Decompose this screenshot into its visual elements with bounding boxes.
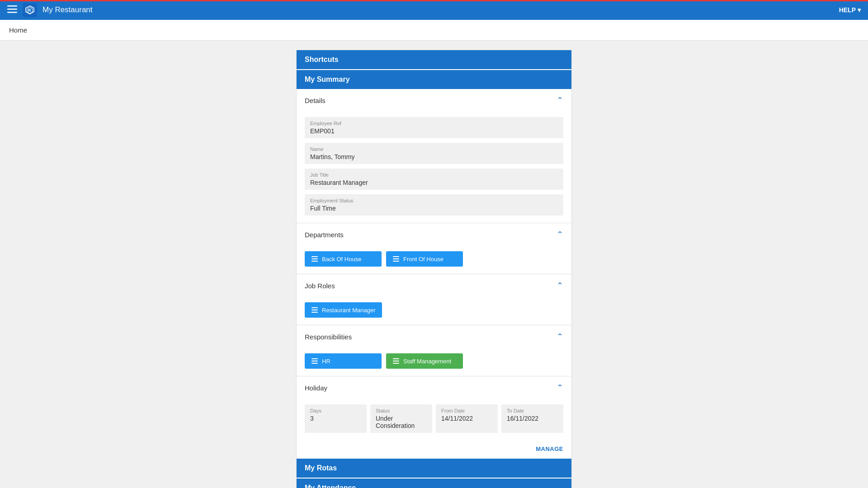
details-body: Employee Ref EMP001 Name Martins, Tommy … xyxy=(297,112,571,223)
job-roles-body: Restaurant Manager xyxy=(297,297,571,325)
job-roles-chevron-icon: ⌃ xyxy=(557,281,563,291)
job-title-field: Job Title Restaurant Manager xyxy=(305,169,563,190)
top-navigation: R My Restaurant HELP ▾ xyxy=(0,0,868,20)
summary-card: Shortcuts My Summary Details ⌃ Employee … xyxy=(296,50,572,488)
svg-rect-17 xyxy=(311,363,318,364)
svg-rect-16 xyxy=(311,361,318,361)
holiday-days-cell: Days 3 xyxy=(305,404,367,433)
front-of-house-button[interactable]: Front Of House xyxy=(386,251,463,267)
job-roles-toggle[interactable]: Job Roles ⌃ xyxy=(297,274,571,297)
holiday-chevron-icon: ⌃ xyxy=(557,383,563,393)
shortcuts-header: Shortcuts xyxy=(297,50,571,69)
my-summary-header: My Summary xyxy=(297,70,571,89)
svg-rect-7 xyxy=(311,258,318,259)
svg-rect-1 xyxy=(7,9,17,10)
list-icon xyxy=(311,255,318,263)
restaurant-manager-role-button[interactable]: Restaurant Manager xyxy=(305,302,382,318)
chevron-down-icon: ▾ xyxy=(858,6,861,14)
list-icon-4 xyxy=(311,357,318,365)
responsibilities-chevron-icon: ⌃ xyxy=(557,332,563,342)
svg-rect-2 xyxy=(7,12,17,13)
holiday-label: Holiday xyxy=(305,384,327,392)
svg-rect-18 xyxy=(393,358,399,359)
hr-responsibility-button[interactable]: HR xyxy=(305,353,382,369)
employee-ref-field: Employee Ref EMP001 xyxy=(305,117,563,138)
holiday-row: Days 3 Status Under Consideration From D… xyxy=(305,404,563,433)
svg-rect-12 xyxy=(311,307,318,308)
job-roles-section: Job Roles ⌃ Restaurant Manager xyxy=(297,274,571,325)
my-rotas-header: My Rotas xyxy=(297,459,571,478)
holiday-toggle[interactable]: Holiday ⌃ xyxy=(297,376,571,399)
departments-body: Back Of House Front Of House xyxy=(297,246,571,274)
details-toggle[interactable]: Details ⌃ xyxy=(297,89,571,112)
responsibilities-section: Responsibilities ⌃ HR Staff Ma xyxy=(297,325,571,376)
details-section: Details ⌃ Employee Ref EMP001 Name Marti… xyxy=(297,89,571,223)
svg-rect-13 xyxy=(311,310,318,310)
svg-text:R: R xyxy=(28,8,31,13)
details-chevron-icon: ⌃ xyxy=(557,95,563,105)
main-content: Shortcuts My Summary Details ⌃ Employee … xyxy=(0,41,868,488)
manage-link[interactable]: MANAGE xyxy=(536,446,563,452)
svg-rect-6 xyxy=(311,256,318,257)
list-icon-3 xyxy=(311,306,318,314)
hamburger-icon[interactable] xyxy=(7,4,17,16)
holiday-from-date-cell: From Date 14/11/2022 xyxy=(436,404,498,433)
svg-rect-0 xyxy=(7,5,17,7)
svg-rect-10 xyxy=(393,258,399,259)
holiday-body: Days 3 Status Under Consideration From D… xyxy=(297,399,571,440)
departments-toggle[interactable]: Departments ⌃ xyxy=(297,223,571,246)
departments-tag-row: Back Of House Front Of House xyxy=(305,251,563,267)
back-of-house-button[interactable]: Back Of House xyxy=(305,251,382,267)
holiday-status-cell: Status Under Consideration xyxy=(370,404,432,433)
job-roles-label: Job Roles xyxy=(305,282,335,290)
name-field: Name Martins, Tommy xyxy=(305,143,563,164)
svg-rect-15 xyxy=(311,358,318,359)
app-title: My Restaurant xyxy=(42,5,93,14)
responsibilities-body: HR Staff Management xyxy=(297,348,571,376)
holiday-section: Holiday ⌃ Days 3 Status Under Considerat… xyxy=(297,376,571,458)
job-roles-tag-row: Restaurant Manager xyxy=(305,302,563,318)
departments-chevron-icon: ⌃ xyxy=(557,230,563,239)
svg-rect-11 xyxy=(393,261,399,262)
responsibilities-tag-row: HR Staff Management xyxy=(305,353,563,369)
svg-rect-14 xyxy=(311,312,318,313)
svg-rect-19 xyxy=(393,361,399,361)
nav-left: R My Restaurant xyxy=(7,3,93,17)
svg-rect-20 xyxy=(393,363,399,364)
holiday-to-date-cell: To Date 16/11/2022 xyxy=(501,404,563,433)
breadcrumb: Home xyxy=(0,20,868,41)
list-icon-2 xyxy=(392,255,400,263)
employment-status-field: Employment Status Full Time xyxy=(305,194,563,216)
staff-management-responsibility-button[interactable]: Staff Management xyxy=(386,353,463,369)
svg-rect-8 xyxy=(311,261,318,262)
responsibilities-label: Responsibilities xyxy=(305,333,352,341)
departments-section: Departments ⌃ Back Of House Fr xyxy=(297,223,571,274)
svg-rect-9 xyxy=(393,256,399,257)
details-label: Details xyxy=(305,97,326,104)
list-icon-5 xyxy=(392,357,400,365)
app-logo: R xyxy=(23,3,37,17)
departments-label: Departments xyxy=(305,231,344,239)
responsibilities-toggle[interactable]: Responsibilities ⌃ xyxy=(297,325,571,348)
my-attendance-header: My Attendance xyxy=(297,479,571,488)
help-button[interactable]: HELP ▾ xyxy=(839,6,861,14)
manage-row: MANAGE xyxy=(297,440,571,458)
